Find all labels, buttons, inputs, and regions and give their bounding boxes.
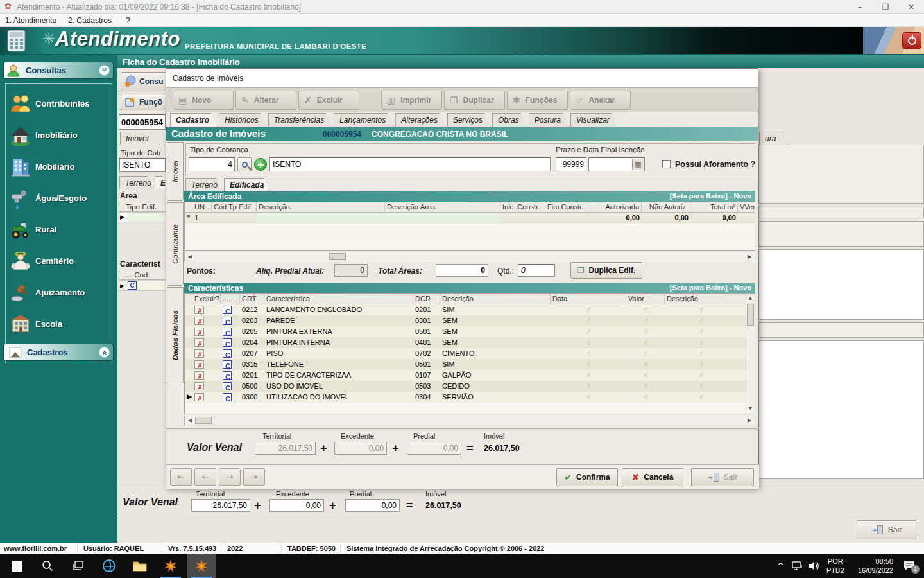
sidebar-item-agua-esgoto[interactable]: Água/Esgoto: [6, 182, 112, 214]
internet-explorer-button[interactable]: [95, 554, 123, 578]
tab-obras[interactable]: Obras: [492, 113, 527, 127]
data-hand-icon[interactable]: ☝: [585, 348, 593, 358]
tray-chevron-icon[interactable]: ^: [778, 561, 783, 570]
nav-last-button[interactable]: ⇥: [243, 468, 265, 486]
table-row[interactable]: ✗ C 0500 USO DO IMOVEL 0503 CEDIDO ☝ ☝ ☝: [185, 381, 755, 392]
isento-field-behind[interactable]: ISENTO: [119, 158, 166, 172]
data-hand-icon[interactable]: ☝: [585, 392, 593, 401]
subtab-edificada[interactable]: Edificada: [224, 178, 270, 191]
caracteristicas-v-scrollbar[interactable]: ▲ ▼: [746, 294, 755, 414]
cancela-button[interactable]: ✘ Cancela: [622, 468, 683, 486]
fiorilli-app-button[interactable]: [157, 554, 185, 578]
sidebar-item-ajuizamento[interactable]: Ajuizamento: [6, 277, 112, 308]
scroll-down-icon[interactable]: ▼: [746, 405, 755, 414]
descricao-hand-icon[interactable]: ☝: [697, 326, 706, 336]
add-button[interactable]: +: [254, 158, 267, 171]
aforamento-checkbox[interactable]: [662, 160, 671, 168]
tab-servicos[interactable]: Serviços: [447, 113, 491, 127]
property-code-field[interactable]: 000005954: [119, 114, 166, 130]
tipo-cobranca-desc-field[interactable]: ISENTO: [270, 157, 551, 171]
tab-alteracoes[interactable]: Alterações: [395, 113, 446, 127]
table-row[interactable]: ✗ C 0207 PISO 0702 CIMENTO ☝ ☝ ☝: [185, 348, 755, 359]
characteristic-icon[interactable]: C: [223, 306, 232, 314]
sidebar-group-cadastros[interactable]: Cadastros «: [3, 344, 114, 361]
scroll-left-icon[interactable]: ◀: [185, 418, 195, 423]
tipo-cobranca-code-field[interactable]: 4: [189, 157, 235, 171]
descricao-hand-icon[interactable]: ☝: [697, 381, 706, 390]
consultas-quick-button[interactable]: Consu: [121, 72, 167, 91]
descricao-hand-icon[interactable]: ☝: [697, 348, 706, 358]
task-view-button[interactable]: [64, 554, 92, 578]
territorial-field[interactable]: 26.017,50: [191, 499, 250, 512]
delete-row-icon[interactable]: ✗: [194, 371, 204, 380]
table-row[interactable]: ✗ C 0204 PINTURA INTERNA 0401 SEM ☝ ☝ ☝: [185, 337, 755, 348]
valor-hand-icon[interactable]: ☝: [642, 315, 650, 325]
sidebar-item-cemiterio[interactable]: Cemitério: [6, 245, 112, 277]
scroll-thumb[interactable]: [747, 304, 754, 326]
clock[interactable]: 08:5016/09/2022: [848, 557, 893, 575]
sidebar-item-escola[interactable]: Escola: [6, 308, 112, 340]
tab-transferencias[interactable]: Transferências: [268, 113, 332, 127]
tab-historicos[interactable]: Históricos: [219, 113, 267, 127]
area-edificada-table[interactable]: UN. Cód Tp Edif. Descrição Descrição Áre…: [184, 202, 755, 251]
scroll-right-icon[interactable]: ▶: [744, 418, 755, 423]
power-button[interactable]: [902, 32, 921, 49]
data-final-field[interactable]: ▦: [588, 157, 645, 171]
funcoes-quick-button[interactable]: Funçõ: [121, 94, 167, 110]
delete-row-icon[interactable]: ✗: [194, 328, 204, 336]
table-row[interactable]: ✗ C 0205 PINTURA EXTERNA 0501 SEM ☝ ☝ ☝: [185, 326, 755, 337]
start-button[interactable]: [3, 554, 31, 578]
descricao-hand-icon[interactable]: ☝: [697, 337, 706, 347]
valor-hand-icon[interactable]: ☝: [642, 359, 650, 369]
expand-cadastros-button[interactable]: «: [99, 347, 110, 358]
tab-imovel-behind[interactable]: Imóvel: [120, 132, 160, 144]
delete-row-icon[interactable]: ✗: [194, 382, 204, 390]
side-tab-dados-fisicos[interactable]: Dados Físicos: [167, 287, 184, 383]
taskbar-search-button[interactable]: [33, 554, 62, 578]
minimize-button[interactable]: –: [847, 0, 873, 14]
tab-visualizar[interactable]: Visualizar: [570, 113, 618, 127]
characteristic-icon[interactable]: C: [223, 382, 232, 390]
window-sair-button[interactable]: ➔ Sair: [857, 520, 916, 539]
descricao-hand-icon[interactable]: ☝: [697, 392, 706, 401]
excluir-button[interactable]: ✗Excluir: [298, 91, 359, 110]
descricao-hand-icon[interactable]: ☝: [697, 370, 706, 380]
delete-row-icon[interactable]: ✗: [194, 360, 204, 369]
scroll-right-icon[interactable]: ▶: [744, 254, 755, 259]
table-row[interactable]: ✗ C 0201 TIPO DE CARACTERIZAA 0107 GALPÃ…: [185, 370, 755, 381]
nav-first-button[interactable]: ⇤: [170, 468, 192, 486]
caracteristicas-h-scrollbar[interactable]: ◀ ▶: [184, 416, 755, 425]
menu-help[interactable]: ?: [126, 16, 130, 25]
notification-center-button[interactable]: 1: [897, 554, 923, 578]
table-row[interactable]: ✗ C 0315 TELEFONE 0501 SIM ☝ ☝ ☝: [185, 359, 755, 370]
delete-row-icon[interactable]: ✗: [194, 393, 204, 401]
menu-cadastros[interactable]: 2. Cadastros: [68, 16, 112, 25]
data-hand-icon[interactable]: ☝: [585, 326, 593, 336]
data-hand-icon[interactable]: ☝: [585, 359, 593, 369]
novo-button[interactable]: ▤Novo: [173, 91, 234, 110]
table-row[interactable]: ✗ C 0212 LANCAMENTO ENGLOBADO 0201 SIM ☝…: [185, 304, 755, 315]
delete-row-icon[interactable]: ✗: [194, 349, 204, 358]
descricao-hand-icon[interactable]: ☝: [697, 359, 706, 369]
close-button[interactable]: ✕: [898, 0, 924, 14]
total-areas-field[interactable]: 0: [436, 264, 488, 277]
valor-hand-icon[interactable]: ☝: [642, 370, 650, 380]
tab-postura[interactable]: Postura: [529, 113, 569, 127]
delete-row-icon[interactable]: ✗: [194, 338, 204, 347]
funcoes-button[interactable]: ✱Funções: [507, 91, 568, 110]
data-hand-icon[interactable]: ☝: [585, 315, 593, 325]
search-button[interactable]: [237, 157, 252, 171]
data-hand-icon[interactable]: ☝: [585, 304, 593, 314]
maximize-button[interactable]: ❐: [873, 0, 898, 14]
descricao-hand-icon[interactable]: ☝: [697, 304, 706, 314]
alterar-button[interactable]: ✎Alterar: [235, 91, 296, 110]
side-tab-imovel[interactable]: Imóvel: [167, 142, 184, 201]
valor-hand-icon[interactable]: ☝: [642, 381, 650, 390]
valor-hand-icon[interactable]: ☝: [642, 337, 650, 347]
characteristic-icon[interactable]: C: [223, 338, 232, 347]
duplicar-button[interactable]: ❐Duplicar: [444, 91, 505, 110]
aliq-field[interactable]: 0: [334, 264, 368, 277]
delete-row-icon[interactable]: ✗: [194, 317, 204, 325]
characteristic-icon[interactable]: C: [223, 328, 232, 336]
valor-hand-icon[interactable]: ☝: [642, 392, 650, 401]
